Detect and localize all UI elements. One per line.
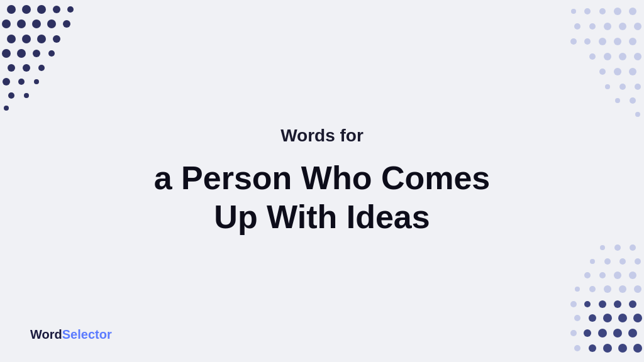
svg-point-4 — [67, 6, 74, 13]
logo-selector-part: Selector — [62, 327, 112, 341]
svg-point-78 — [603, 314, 612, 322]
svg-point-19 — [23, 64, 30, 72]
svg-point-50 — [619, 84, 626, 90]
svg-point-3 — [53, 6, 60, 13]
svg-point-37 — [629, 38, 636, 45]
svg-point-40 — [584, 38, 591, 45]
svg-point-66 — [634, 285, 641, 293]
svg-point-41 — [570, 38, 577, 45]
svg-point-15 — [17, 49, 26, 58]
logo-word-part: Word — [30, 327, 62, 341]
svg-point-22 — [18, 79, 25, 85]
subtitle-text: Words for — [154, 126, 491, 146]
svg-point-25 — [24, 93, 29, 98]
svg-point-11 — [22, 35, 31, 43]
svg-point-45 — [589, 53, 596, 60]
svg-point-88 — [603, 344, 612, 353]
dots-bottom-right-decoration — [506, 236, 644, 362]
svg-point-84 — [584, 329, 591, 337]
svg-point-20 — [38, 65, 45, 71]
svg-point-87 — [618, 344, 627, 353]
svg-point-31 — [571, 9, 576, 14]
svg-point-5 — [2, 19, 11, 28]
svg-point-17 — [48, 50, 55, 57]
svg-point-68 — [604, 285, 611, 293]
svg-point-49 — [635, 84, 641, 90]
svg-point-7 — [32, 19, 41, 28]
svg-point-26 — [4, 106, 9, 111]
svg-point-80 — [574, 315, 580, 321]
svg-point-72 — [614, 300, 621, 308]
svg-point-10 — [7, 35, 16, 43]
svg-point-57 — [600, 245, 605, 250]
dots-top-left-decoration — [0, 0, 126, 126]
svg-point-34 — [604, 23, 611, 30]
svg-point-62 — [629, 272, 636, 279]
svg-point-12 — [37, 35, 46, 43]
svg-point-24 — [8, 92, 14, 99]
svg-point-63 — [614, 272, 621, 279]
svg-point-79 — [589, 314, 596, 322]
svg-point-48 — [599, 69, 606, 75]
svg-point-27 — [629, 8, 636, 15]
svg-point-33 — [619, 23, 626, 30]
svg-point-18 — [8, 64, 15, 72]
svg-point-76 — [633, 314, 642, 322]
svg-point-55 — [630, 244, 636, 251]
svg-point-42 — [634, 53, 641, 60]
svg-point-67 — [619, 285, 626, 293]
svg-point-70 — [575, 287, 580, 292]
svg-point-2 — [37, 5, 46, 14]
svg-point-1 — [22, 5, 31, 14]
svg-point-61 — [590, 259, 595, 264]
svg-point-28 — [614, 8, 621, 15]
svg-point-69 — [589, 286, 596, 292]
main-content: Words for a Person Who Comes Up With Ide… — [154, 126, 491, 237]
svg-point-14 — [2, 49, 11, 58]
svg-point-39 — [599, 38, 606, 45]
svg-point-46 — [629, 68, 636, 75]
svg-point-75 — [570, 301, 577, 307]
svg-point-43 — [619, 53, 626, 60]
main-title: a Person Who Comes Up With Ideas — [154, 158, 491, 237]
svg-point-9 — [63, 20, 70, 28]
svg-point-82 — [613, 329, 622, 337]
svg-point-86 — [633, 344, 642, 353]
svg-point-6 — [17, 19, 26, 28]
svg-point-90 — [574, 345, 580, 351]
page-container: Words for a Person Who Comes Up With Ide… — [0, 0, 644, 362]
svg-point-89 — [589, 344, 596, 352]
svg-point-53 — [615, 98, 620, 103]
svg-point-21 — [3, 78, 10, 85]
svg-point-83 — [598, 329, 607, 337]
svg-point-0 — [7, 5, 16, 14]
svg-point-29 — [599, 8, 606, 14]
svg-point-59 — [619, 258, 626, 265]
main-title-line2: Up With Ideas — [214, 199, 430, 235]
svg-point-60 — [604, 258, 611, 265]
svg-point-81 — [628, 329, 637, 337]
svg-point-77 — [618, 314, 627, 322]
svg-point-56 — [614, 244, 621, 251]
svg-point-85 — [570, 330, 577, 336]
main-title-line1: a Person Who Comes — [154, 160, 491, 196]
svg-point-32 — [634, 23, 641, 30]
svg-point-35 — [589, 23, 596, 30]
svg-point-58 — [635, 258, 641, 265]
svg-point-23 — [34, 79, 39, 84]
svg-point-30 — [584, 8, 591, 14]
svg-point-52 — [630, 97, 636, 104]
svg-point-71 — [629, 300, 636, 308]
svg-point-16 — [33, 50, 40, 57]
svg-point-36 — [574, 23, 580, 30]
svg-point-44 — [604, 53, 611, 60]
svg-point-74 — [584, 301, 591, 307]
svg-point-13 — [53, 35, 60, 43]
svg-point-47 — [614, 68, 621, 75]
svg-point-65 — [584, 272, 591, 278]
svg-point-8 — [47, 19, 56, 28]
svg-point-51 — [605, 84, 610, 89]
svg-point-38 — [614, 38, 621, 45]
svg-point-64 — [599, 272, 606, 278]
dots-top-right-decoration — [506, 0, 644, 138]
